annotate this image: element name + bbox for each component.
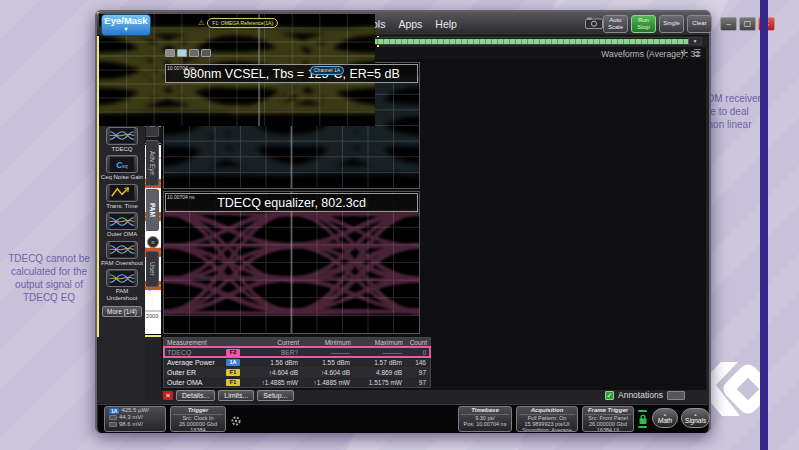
eye-mask-mode-button[interactable]: Eye/Mask ▾	[101, 14, 151, 36]
screenshot-camera-button[interactable]	[585, 15, 603, 33]
reference-warning-badge: ⚠ F1: OMEGA Reference(1A)	[198, 18, 278, 28]
sidebar-item-trans-time[interactable]: Trans. Time	[100, 184, 144, 210]
panel-title: Timebase	[461, 407, 509, 415]
frame-trigger-panel[interactable]: Frame TriggerSrc: Front Panel26.000000 G…	[582, 406, 634, 432]
measurement-table: MeasurementCurrentMinimumMaximumCountTDE…	[163, 337, 431, 388]
sidebar-item-pam-overshoot[interactable]: PAM Overshoot	[100, 241, 144, 267]
source-badge: F2	[226, 349, 240, 356]
sidebar-item-label: Ceq Noise Gain	[100, 174, 144, 181]
channel-chip[interactable]	[165, 49, 175, 57]
sidebar-tab-pam[interactable]: PAM	[146, 189, 159, 231]
annotations-label: Annotations	[618, 390, 663, 400]
details-button[interactable]: Details...	[176, 390, 215, 401]
measurement-row-average-power[interactable]: Average Power1A1.56 dBm1.55 dBm1.57 dBm1…	[164, 357, 430, 367]
status-bar: 1A425.5 µW/44.3 mV/98.6 mV/ TriggerSrc: …	[98, 404, 708, 433]
measurement-maximum: 4.869 dB	[354, 369, 406, 376]
warning-icon: ⚠	[198, 19, 204, 27]
math-button[interactable]: ▲Math	[652, 408, 678, 428]
annotations-options-button[interactable]	[667, 391, 685, 400]
measurement-minimum: 1.55 dBm	[302, 359, 354, 366]
channel-1a-badge: 1A	[109, 408, 119, 414]
presentation-background: TDECQ cannot be calculated for the outpu…	[0, 0, 799, 450]
measurement-current: ↑1.4885 mW	[242, 379, 302, 386]
channel-color-chips	[165, 49, 211, 57]
sidebar-item-label: Trans. Time	[100, 203, 144, 210]
channel-scale: 98.6 mV/	[107, 421, 163, 428]
limits-button[interactable]: Limits...	[218, 390, 254, 401]
timebase-readout: 10.00704 ns	[167, 194, 195, 200]
left-annotation: TDECQ cannot be calculated for the outpu…	[5, 252, 93, 304]
panel-tools: ✛ ☰	[680, 48, 701, 58]
sidebar-item-pam-undershoot[interactable]: PAM Undershoot	[100, 269, 144, 301]
panel-line: Pos: 10.00704 ns	[461, 421, 509, 427]
channel-chip[interactable]	[201, 49, 211, 57]
measurement-name: Outer OMA	[164, 379, 224, 386]
more-pages-button[interactable]: More (1/4)	[102, 306, 142, 317]
channel-scale: 44.3 mV/	[107, 414, 163, 421]
signals-button[interactable]: ▲Signals	[681, 408, 710, 428]
sidebar-tab-adv-eye[interactable]: Adv Eye	[146, 140, 159, 186]
maximize-button[interactable]: ▢	[739, 17, 756, 31]
measurement-maximum: ———	[354, 349, 406, 356]
measurement-row-outer-er[interactable]: Outer ERF1↑4.604 dB↑4.604 dB4.869 dB97	[164, 367, 430, 377]
minimize-button[interactable]: –	[720, 17, 737, 31]
equalizer-panel-title: TDECQ equalizer, 802.3cd	[165, 193, 418, 212]
channel-badge-icon	[109, 422, 117, 427]
lock-status-led	[638, 426, 647, 428]
measurement-name: TDECQ	[164, 349, 224, 356]
sidebar-item-label: Outer OMA	[100, 231, 144, 238]
measurement-maximum: 1.57 dBm	[354, 359, 406, 366]
measurement-minimum: ———	[302, 349, 354, 356]
menu-apps[interactable]: Apps	[398, 18, 422, 30]
channel-badge-icon	[109, 415, 117, 420]
annotations-checkbox[interactable]: ✓	[605, 391, 614, 400]
chevron-down-icon[interactable]: ▼	[688, 38, 701, 44]
source-badge: F1	[226, 369, 240, 376]
sidebar-item-tdecq[interactable]: TDECQ	[100, 127, 144, 153]
clear-button[interactable]: Clear	[687, 15, 712, 33]
measurement-current: ↑4.604 dB	[242, 369, 302, 376]
measurement-minimum: ↑1.4885 mW	[302, 379, 354, 386]
collapse-sidebar-button[interactable]: «	[147, 236, 159, 248]
menu-icon[interactable]: ☰	[693, 48, 701, 58]
eye-mask-label: Eye/Mask	[104, 16, 147, 25]
tdecq-equalizer-panel: 10.00704 ns TDECQ equalizer, 802.3cd	[163, 191, 420, 334]
channel-scale-panel[interactable]: 1A425.5 µW/44.3 mV/98.6 mV/	[104, 406, 166, 432]
trigger-panel[interactable]: TriggerSrc: Clock In26.000000 Gbd16384	[170, 406, 226, 432]
run-stop-button[interactable]: Run Stop	[631, 15, 656, 33]
acquisition-panel[interactable]: AcquisitionFull Pattern: On15.9899923 pt…	[516, 406, 578, 432]
sidebar-item-outer-oma[interactable]: Outer OMA	[100, 212, 144, 238]
setup-button[interactable]: Setup...	[257, 390, 293, 401]
measurement-count: 0	[406, 349, 430, 356]
acquisition-controls: Auto ScaleRun StopSingleClear	[603, 15, 712, 33]
auto-scale-button[interactable]: Auto Scale	[603, 15, 628, 33]
indigo-accent-stripe	[760, 0, 768, 450]
trans-icon	[106, 184, 138, 202]
menu-help[interactable]: Help	[435, 18, 457, 30]
panel-line: 16384 UI	[585, 427, 631, 432]
measurement-current: BER?	[242, 349, 302, 356]
annotations-control: ✓ Annotations	[605, 390, 685, 400]
measurement-row-tdecq[interactable]: TDECQF2BER?——————0	[164, 347, 430, 357]
timebase-panel[interactable]: Timebase9.30 ps/Pos: 10.00704 ns	[458, 406, 512, 432]
channel-chip[interactable]	[177, 49, 187, 57]
measurement-table-header: MeasurementCurrentMinimumMaximumCount	[164, 338, 430, 347]
channel-chip[interactable]	[189, 49, 199, 57]
measurement-minimum: ↑4.604 dB	[302, 369, 354, 376]
lock-status-led	[638, 410, 647, 412]
channel-1a-scale: 1A425.5 µW/	[107, 407, 163, 414]
sidebar-item-ceq-noise-gain[interactable]: CeqCeq Noise Gain	[100, 155, 144, 181]
measurement-row-outer-oma[interactable]: Outer OMAF1↑1.4885 mW↑1.4885 mW1.5175 mW…	[164, 377, 430, 387]
single-button[interactable]: Single	[659, 15, 684, 33]
sidebar-item-label: PAM Overshoot	[100, 260, 144, 267]
panel-title: Trigger	[173, 407, 223, 415]
gear-icon[interactable]	[230, 413, 242, 431]
sidebar-tab-user[interactable]: User	[146, 251, 159, 287]
move-icon[interactable]: ✛	[680, 48, 688, 58]
panel-line: Smoothing: Average	[519, 427, 575, 432]
source-badge: 1A	[226, 359, 240, 366]
measurement-count: 97	[406, 369, 430, 376]
lock-icon	[637, 413, 649, 425]
measurement-actions: ✕ Details...Limits...Setup...	[163, 390, 294, 401]
measurement-current: 1.56 dBm	[242, 359, 302, 366]
